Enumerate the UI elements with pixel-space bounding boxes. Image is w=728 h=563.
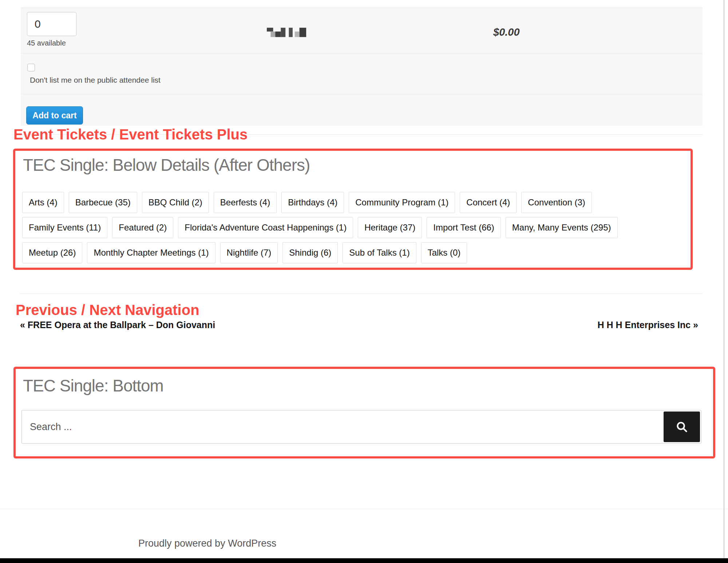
add-to-cart-button[interactable]: Add to cart (26, 106, 83, 125)
ticket-quantity-input[interactable] (27, 12, 76, 36)
previous-post-link[interactable]: « FREE Opera at the Ballpark – Don Giova… (20, 320, 215, 330)
next-post-link[interactable]: H H H Enterprises Inc » (598, 320, 698, 330)
attendee-optout-label: Don't list me on the public attendee lis… (30, 76, 161, 84)
wordpress-credit-link[interactable]: Proudly powered by WordPress (138, 538, 276, 549)
divider (20, 294, 703, 294)
search-input[interactable] (21, 410, 701, 444)
annotation-tickets-heading: Event Tickets / Event Tickets Plus (13, 126, 248, 142)
scrollbar-track-line (724, 0, 724, 558)
divider (21, 94, 703, 94)
magnifier-icon (675, 420, 689, 434)
ticket-form-panel (21, 8, 703, 126)
attendee-optout-checkbox[interactable] (27, 64, 35, 71)
redacted-ticket-name (267, 28, 308, 38)
page: 45 available $0.00 Don't list me on the … (0, 0, 728, 563)
annotation-box-below-details (13, 149, 693, 270)
annotation-navigation-heading: Previous / Next Navigation (16, 302, 199, 318)
bottom-black-bar (0, 558, 728, 563)
search-button[interactable] (664, 412, 700, 442)
divider (0, 509, 728, 509)
ticket-availability: 45 available (27, 39, 66, 47)
search-form (21, 410, 701, 444)
ticket-price: $0.00 (493, 26, 520, 38)
divider (21, 53, 703, 54)
